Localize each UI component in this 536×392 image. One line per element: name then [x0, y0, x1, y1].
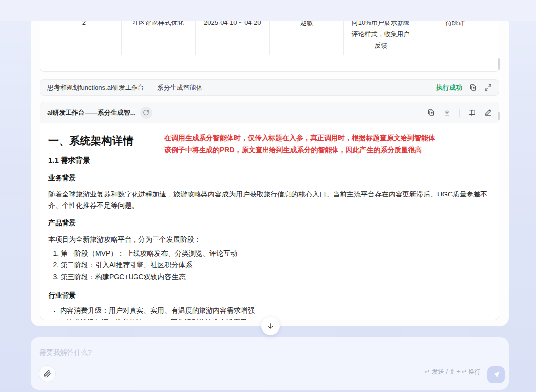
table-cell-desc: 向10%用户展示新版评论样式，收集用户反馈	[344, 21, 418, 55]
paperclip-icon	[44, 370, 51, 378]
document-card-header: ai研发工作台——系分生成智...	[40, 102, 499, 123]
table-cell-task: 社区评论样式优化	[122, 21, 196, 55]
scroll-to-bottom-button[interactable]	[261, 317, 280, 335]
stage-list: 第一阶段（MVP）： 上线攻略发布、分类浏览、评论互动 第二阶段：引入AI推荐引…	[51, 248, 491, 283]
table-cell-index: 2	[47, 21, 122, 55]
edit-icon[interactable]	[484, 109, 492, 116]
industry-bg-title: 行业背景	[48, 291, 491, 300]
copy-icon[interactable]	[469, 84, 477, 91]
send-plane-icon	[492, 371, 500, 379]
document-card: ai研发工作台——系分生成智...	[40, 102, 499, 320]
table-card: 2 社区评论样式优化 2025-04-10 ~ 04-20 赵敏 向10%用户展…	[40, 21, 499, 72]
table-cell-date: 2025-04-10 ~ 04-20	[196, 21, 270, 55]
book-icon[interactable]	[468, 109, 476, 116]
annotation-line-2: 该例子中将生成的PRD，原文查出给到生成系分的智能体，因此产生的系分质量很高	[164, 144, 498, 156]
stage-item: 第二阶段：引入AI推荐引擎、社区积分体系	[61, 260, 491, 271]
stage-item: 第三阶段：构建PGC+UGC双轨内容生态	[61, 271, 491, 283]
document-title: ai研发工作台——系分生成智...	[47, 108, 135, 117]
refresh-icon[interactable]	[140, 107, 152, 119]
divider	[459, 109, 460, 117]
send-button[interactable]	[487, 366, 505, 383]
plan-table: 2 社区评论样式优化 2025-04-10 ~ 04-20 赵敏 向10%用户展…	[47, 21, 492, 55]
business-bg-text: 随着全球旅游业复苏和数字化进程加速，旅游攻略类内容成为用户获取旅行信息的核心入口…	[48, 189, 491, 211]
doc-heading-2: 1.1 需求背景	[48, 156, 491, 165]
stage-item: 第一阶段（MVP）： 上线攻略发布、分类浏览、评论互动	[61, 248, 491, 259]
copy-icon[interactable]	[427, 109, 435, 116]
send-shortcut-hint: ↵ 发送 / ⇧ + ↵ 换行	[425, 368, 481, 376]
document-body: 一、系统架构详情 在调用生成系分智能体时，仅传入标题在入参，真正调用时，根据标题…	[40, 123, 499, 320]
arrow-down-icon	[267, 322, 274, 330]
table-cell-status: 待统计	[418, 21, 493, 55]
chat-input-placeholder[interactable]: 需要我解答什么?	[39, 348, 92, 357]
industry-item: 内容消费升级：用户对真实、实用、有温度的旅游内容需求增强	[60, 305, 491, 316]
download-icon[interactable]	[443, 109, 451, 116]
expand-icon[interactable]	[484, 84, 492, 91]
document-scrollbar-thumb[interactable]	[498, 112, 500, 120]
tool-execution-bar[interactable]: 思考和规划functions.ai研发工作台——系分生成智能体 执行成功	[40, 79, 499, 96]
tool-title: 思考和规划functions.ai研发工作台——系分生成智能体	[47, 83, 436, 92]
chat-input-panel[interactable]: 需要我解答什么? ↵ 发送 / ⇧ + ↵ 换行	[31, 337, 509, 390]
annotation-line-1: 在调用生成系分智能体时，仅传入标题在入参，真正调用时，根据标题查原文给到智能体	[164, 132, 498, 144]
table-scrollbar-thumb[interactable]	[498, 58, 500, 70]
product-bg-title: 产品背景	[48, 219, 491, 228]
attachment-button[interactable]	[39, 365, 56, 382]
window-top-band	[0, 0, 536, 21]
table-cell-owner: 赵敏	[270, 21, 344, 55]
status-badge: 执行成功	[436, 83, 462, 92]
conversation-panel: 2 社区评论样式优化 2025-04-10 ~ 04-20 赵敏 向10%用户展…	[31, 21, 509, 326]
annotation-note: 在调用生成系分智能体时，仅传入标题在入参，真正调用时，根据标题查原文给到智能体 …	[164, 132, 498, 156]
business-bg-title: 业务背景	[48, 174, 491, 183]
product-bg-intro: 本项目为全新旅游攻略平台，分为三个发展阶段：	[48, 234, 491, 245]
